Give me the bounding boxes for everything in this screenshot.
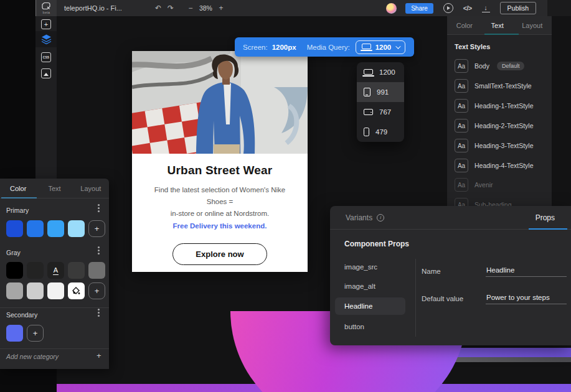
text-style-heading2[interactable]: Aa Heading-2-TextStyle [455, 119, 534, 133]
card-text-line1[interactable]: Find the latest selection of Women's Nik… [144, 184, 295, 208]
primary-swatch-4[interactable] [68, 220, 85, 237]
text-style-heading1[interactable]: Aa Heading-1-TextStyle [455, 99, 534, 113]
breakpoint-option-767[interactable]: 767 [357, 102, 404, 122]
name-input[interactable] [486, 265, 567, 277]
breakpoint-option-479[interactable]: 479 [357, 122, 404, 142]
info-icon[interactable] [377, 214, 384, 222]
divider [415, 259, 416, 337]
media-query-label: Media Query: [307, 44, 350, 51]
undo-button[interactable] [152, 4, 164, 12]
style-sample-icon: Aa [455, 159, 468, 172]
tab-variants[interactable]: Variants [346, 213, 384, 222]
app-logo[interactable]: beta [35, 0, 57, 16]
color-panel: Color Text Layout Primary Gray [0, 179, 109, 369]
breakpoint-option-991[interactable]: 991 [357, 82, 404, 102]
breakpoint-value: 1200 [375, 44, 392, 51]
prop-item-image-src[interactable]: image_src [344, 263, 377, 271]
redo-button[interactable] [164, 4, 177, 12]
primary-menu-kebab-icon[interactable] [98, 207, 100, 209]
breakpoint-menu: 1200 991 767 479 [357, 62, 404, 142]
text-style-heading3[interactable]: Aa Heading-3-TextStyle [455, 139, 534, 152]
add-element-button[interactable] [41, 19, 51, 29]
assets-button[interactable] [41, 68, 51, 78]
tab-layout[interactable]: Layout [522, 22, 542, 29]
card-heading[interactable]: Urban Street Wear [144, 164, 295, 177]
css-styles-button[interactable]: CSS [41, 52, 51, 62]
gray-swatch-7[interactable] [27, 282, 44, 299]
add-category-label[interactable]: Add new category [6, 353, 59, 360]
tab-props[interactable]: Props [536, 213, 555, 222]
layers-tool-button[interactable] [41, 34, 51, 44]
publish-button[interactable]: Publish [500, 2, 536, 14]
active-tab-underline [1, 197, 37, 198]
active-tab-underline [529, 228, 567, 230]
user-avatar[interactable] [386, 3, 397, 14]
preview-play-button[interactable] [443, 3, 453, 13]
topbar: beta teleportHQ.io - Fi... 38% Share </>… [35, 0, 571, 16]
add-primary-color-button[interactable] [88, 220, 105, 237]
primary-swatch-1[interactable] [6, 220, 23, 237]
tab-color[interactable]: Color [0, 185, 36, 192]
text-style-avenir[interactable]: Aa Avenir [455, 178, 493, 192]
default-value-field-label: Default value [422, 295, 463, 302]
text-styles-title: Text Styles [455, 43, 552, 50]
beta-label: beta [43, 11, 50, 14]
gray-swatch-5[interactable] [88, 262, 105, 279]
gray-swatch-8[interactable] [47, 282, 64, 299]
prop-item-image-alt[interactable]: image_alt [344, 282, 375, 290]
primary-swatch-2[interactable] [27, 220, 44, 237]
zoom-out-button[interactable] [184, 4, 197, 12]
secondary-swatch-1[interactable] [6, 325, 23, 342]
active-tab-underline [484, 34, 519, 35]
breakpoint-dropdown-button[interactable]: 1200 [356, 40, 406, 54]
primary-section-title: Primary [6, 207, 29, 214]
prop-item-button[interactable]: button [344, 323, 364, 330]
divider [0, 307, 109, 308]
primary-swatch-3[interactable] [47, 220, 64, 237]
tab-layout[interactable]: Layout [73, 185, 109, 192]
tab-text[interactable]: Text [491, 22, 504, 29]
breakpoint-option-1200[interactable]: 1200 [357, 62, 404, 82]
gray-swatch-4[interactable] [68, 262, 85, 279]
hero-card[interactable]: Urban Street Wear Find the latest select… [132, 51, 308, 272]
prop-item-headline[interactable]: Headline [335, 297, 405, 315]
zoom-in-button[interactable] [215, 4, 227, 12]
fill-color-swatch[interactable] [68, 282, 85, 299]
style-sample-icon: Aa [455, 99, 468, 113]
hero-image[interactable] [132, 51, 308, 154]
download-button[interactable] [482, 4, 490, 12]
style-sample-icon: Aa [455, 178, 468, 192]
style-sample-icon: Aa [455, 79, 468, 93]
code-view-button[interactable]: </> [463, 4, 472, 12]
text-style-smalltext[interactable]: Aa SmallText-TextStyle [455, 79, 532, 93]
screen-label: Screen: [243, 44, 268, 51]
gray-swatch-2[interactable] [27, 262, 44, 279]
component-props-panel: Variants Props Component Props image_src… [330, 206, 571, 345]
card-text-line2[interactable]: in-store or online at Nordstrom. [144, 208, 295, 220]
add-gray-color-button[interactable] [88, 282, 105, 299]
gray-swatch-6[interactable] [6, 282, 23, 299]
add-secondary-color-button[interactable] [27, 325, 44, 342]
add-category-plus-icon[interactable] [97, 351, 101, 360]
topbar-corner [547, 0, 571, 16]
props-panel-tabs: Variants Props [330, 206, 571, 230]
screen-value: 1200px [272, 44, 296, 51]
explore-now-button[interactable]: Explore now [172, 243, 267, 265]
gray-swatch-1[interactable] [6, 262, 23, 279]
share-button[interactable]: Share [405, 3, 433, 14]
gray-menu-kebab-icon[interactable] [98, 250, 100, 251]
zoom-level: 38% [199, 4, 212, 12]
card-highlight-text[interactable]: Free Delivery this weekend. [144, 220, 295, 232]
style-sample-icon: Aa [455, 139, 468, 152]
laptop-icon [362, 44, 371, 49]
tab-text[interactable]: Text [36, 185, 72, 192]
teleporthq-editor: Urban Street Wear Find the latest select… [0, 0, 571, 392]
text-style-heading4[interactable]: Aa Heading-4-TextStyle [455, 159, 534, 172]
text-style-body[interactable]: Aa Body Default [455, 59, 524, 73]
color-panel-tabs: Color Text Layout [0, 179, 109, 198]
tab-color[interactable]: Color [456, 22, 473, 29]
component-props-title: Component Props [344, 240, 571, 248]
secondary-menu-kebab-icon[interactable] [98, 312, 100, 314]
default-value-input[interactable] [486, 292, 567, 304]
text-color-swatch[interactable] [47, 262, 64, 279]
